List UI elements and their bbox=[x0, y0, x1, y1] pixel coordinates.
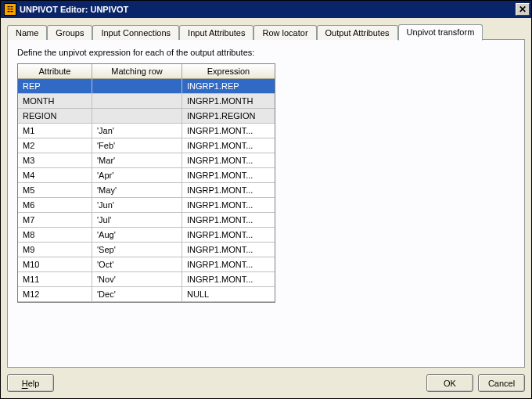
cell-attribute[interactable]: M9 bbox=[18, 243, 92, 257]
table-row[interactable]: M12'Dec'NULL bbox=[18, 287, 275, 302]
column-header-attribute[interactable]: Attribute bbox=[18, 64, 92, 79]
cell-expression[interactable]: INGRP1.MONT... bbox=[182, 198, 275, 213]
grid: Attribute Matching row Expression REPING… bbox=[17, 63, 275, 303]
cell-matching[interactable]: 'Oct' bbox=[92, 257, 182, 272]
table-row[interactable]: M3'Mar'INGRP1.MONT... bbox=[18, 153, 275, 168]
cell-matching[interactable]: 'Nov' bbox=[92, 272, 182, 287]
cell-attribute[interactable]: M4 bbox=[18, 168, 92, 183]
cell-expression[interactable]: INGRP1.MONTH bbox=[182, 94, 275, 109]
cell-attribute[interactable]: M12 bbox=[18, 287, 92, 302]
cell-attribute[interactable]: M10 bbox=[18, 257, 92, 272]
table-row[interactable]: REGIONINGRP1.REGION bbox=[18, 109, 275, 124]
cell-matching[interactable]: 'Aug' bbox=[92, 228, 182, 243]
cell-expression[interactable]: NULL bbox=[182, 287, 275, 302]
cell-expression[interactable]: INGRP1.MONT... bbox=[182, 183, 275, 198]
cell-attribute[interactable]: MONTH bbox=[18, 94, 92, 109]
cell-attribute[interactable]: M2 bbox=[18, 138, 92, 153]
table-row[interactable]: M9'Sep'INGRP1.MONT... bbox=[18, 243, 275, 257]
cell-expression[interactable]: INGRP1.MONT... bbox=[182, 228, 275, 243]
cell-expression[interactable]: INGRP1.MONT... bbox=[182, 213, 275, 228]
cell-expression[interactable]: INGRP1.MONT... bbox=[182, 168, 275, 183]
cell-attribute[interactable]: M7 bbox=[18, 213, 92, 228]
ok-button[interactable]: OK bbox=[426, 374, 473, 392]
instruction-text: Define the unpivot expression for each o… bbox=[17, 48, 515, 57]
table-row[interactable]: M10'Oct'INGRP1.MONT... bbox=[18, 257, 275, 272]
window-title: UNPIVOT Editor: UNPIVOT bbox=[20, 5, 128, 14]
help-label-rest: elp bbox=[28, 379, 40, 388]
tab-unpivot-transform[interactable]: Unpivot transform bbox=[398, 24, 483, 41]
table-row[interactable]: M6'Jun'INGRP1.MONT... bbox=[18, 198, 275, 213]
cell-attribute[interactable]: REGION bbox=[18, 109, 92, 124]
close-icon[interactable]: ✕ bbox=[516, 3, 530, 16]
cell-attribute[interactable]: M8 bbox=[18, 228, 92, 243]
cell-matching[interactable]: 'Jun' bbox=[92, 198, 182, 213]
grid-header-row: Attribute Matching row Expression bbox=[18, 64, 275, 79]
cell-matching[interactable]: 'Sep' bbox=[92, 243, 182, 257]
table-row[interactable]: M11'Nov'INGRP1.MONT... bbox=[18, 272, 275, 287]
cell-matching[interactable]: 'Jul' bbox=[92, 213, 182, 228]
cell-attribute[interactable]: M3 bbox=[18, 153, 92, 168]
button-bar: Help OK Cancel bbox=[7, 368, 525, 392]
titlebar: ☷ UNPIVOT Editor: UNPIVOT ✕ bbox=[1, 1, 531, 18]
cell-attribute[interactable]: M1 bbox=[18, 124, 92, 138]
cell-attribute[interactable]: REP bbox=[18, 79, 92, 94]
column-header-matching[interactable]: Matching row bbox=[92, 64, 182, 79]
tab-output-attributes[interactable]: Output Attributes bbox=[317, 25, 398, 40]
tab-bar: NameGroupsInput ConnectionsInput Attribu… bbox=[7, 23, 525, 40]
help-button[interactable]: Help bbox=[7, 374, 54, 392]
table-row[interactable]: REPINGRP1.REP bbox=[18, 79, 275, 94]
table-row[interactable]: MONTHINGRP1.MONTH bbox=[18, 94, 275, 109]
cell-attribute[interactable]: M5 bbox=[18, 183, 92, 198]
cell-expression[interactable]: INGRP1.REP bbox=[182, 79, 275, 94]
cell-attribute[interactable]: M11 bbox=[18, 272, 92, 287]
table-row[interactable]: M5'May'INGRP1.MONT... bbox=[18, 183, 275, 198]
cell-expression[interactable]: INGRP1.MONT... bbox=[182, 153, 275, 168]
client-area: NameGroupsInput ConnectionsInput Attribu… bbox=[1, 18, 531, 398]
tab-row-locator[interactable]: Row locator bbox=[253, 25, 316, 40]
cell-matching[interactable]: 'Apr' bbox=[92, 168, 182, 183]
table-row[interactable]: M4'Apr'INGRP1.MONT... bbox=[18, 168, 275, 183]
grid-body: REPINGRP1.REPMONTHINGRP1.MONTHREGIONINGR… bbox=[18, 79, 275, 302]
table-row[interactable]: M1'Jan'INGRP1.MONT... bbox=[18, 124, 275, 138]
cell-expression[interactable]: INGRP1.MONT... bbox=[182, 257, 275, 272]
cell-matching[interactable] bbox=[92, 79, 182, 94]
cell-expression[interactable]: INGRP1.MONT... bbox=[182, 138, 275, 153]
cell-matching[interactable]: 'Jan' bbox=[92, 124, 182, 138]
cell-matching[interactable]: 'Mar' bbox=[92, 153, 182, 168]
window-root: ☷ UNPIVOT Editor: UNPIVOT ✕ NameGroupsIn… bbox=[0, 0, 532, 399]
tab-input-connections[interactable]: Input Connections bbox=[92, 25, 179, 40]
cell-matching[interactable] bbox=[92, 94, 182, 109]
table-row[interactable]: M7'Jul'INGRP1.MONT... bbox=[18, 213, 275, 228]
tab-input-attributes[interactable]: Input Attributes bbox=[179, 25, 253, 40]
cell-matching[interactable]: 'Feb' bbox=[92, 138, 182, 153]
cancel-button[interactable]: Cancel bbox=[478, 374, 525, 392]
cell-matching[interactable] bbox=[92, 109, 182, 124]
table-row[interactable]: M8'Aug'INGRP1.MONT... bbox=[18, 228, 275, 243]
table-row[interactable]: M2'Feb'INGRP1.MONT... bbox=[18, 138, 275, 153]
tab-groups[interactable]: Groups bbox=[47, 25, 92, 40]
tab-panel-unpivot-transform: Define the unpivot expression for each o… bbox=[7, 39, 525, 368]
cell-attribute[interactable]: M6 bbox=[18, 198, 92, 213]
cell-expression[interactable]: INGRP1.MONT... bbox=[182, 243, 275, 257]
app-icon: ☷ bbox=[4, 3, 16, 16]
cell-matching[interactable]: 'Dec' bbox=[92, 287, 182, 302]
cell-expression[interactable]: INGRP1.REGION bbox=[182, 109, 275, 124]
cell-matching[interactable]: 'May' bbox=[92, 183, 182, 198]
tab-name[interactable]: Name bbox=[7, 25, 47, 40]
cell-expression[interactable]: INGRP1.MONT... bbox=[182, 272, 275, 287]
column-header-expression[interactable]: Expression bbox=[182, 64, 275, 79]
cell-expression[interactable]: INGRP1.MONT... bbox=[182, 124, 275, 138]
